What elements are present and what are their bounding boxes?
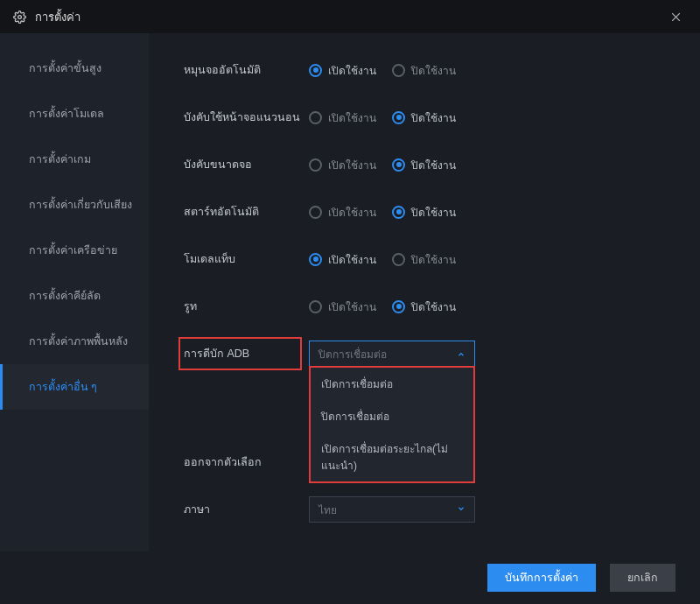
radio-label: ปิดใช้งาน <box>411 157 456 173</box>
sidebar-item-game[interactable]: การตั้งค่าเกม <box>0 137 149 182</box>
sidebar-item-label: การตั้งค่าขั้นสูง <box>29 62 102 74</box>
sidebar-item-network[interactable]: การตั้งค่าเครือข่าย <box>0 228 149 273</box>
row-label: หมุนจออัตโนมัติ <box>184 61 302 79</box>
row-label: ภาษา <box>184 501 302 518</box>
radio-label: ปิดใช้งาน <box>411 62 456 79</box>
radio-off[interactable]: ปิดใช้งาน <box>392 298 456 315</box>
radio-label: เปิดใช้งาน <box>328 62 376 79</box>
radio-off[interactable]: ปิดใช้งาน <box>392 157 456 173</box>
sidebar: การตั้งค่าขั้นสูง การตั้งค่าโมเดล การตั้… <box>0 33 149 551</box>
radio-label: ปิดใช้งาน <box>411 109 456 126</box>
chevron-down-icon <box>457 503 466 516</box>
row-label: สตาร์ทอัตโนมัติ <box>184 203 302 221</box>
save-button[interactable]: บันทึกการตั้งค่า <box>487 564 596 592</box>
row-language: ภาษา ไทย <box>184 497 674 522</box>
radio-circle-icon <box>392 158 405 172</box>
row-label-adb: การดีบัก ADB <box>178 337 302 370</box>
row-auto-start: สตาร์ทอัตโนมัติ เปิดใช้งาน ปิดใช้งาน <box>184 200 674 224</box>
radio-label: ปิดใช้งาน <box>411 251 456 268</box>
language-select[interactable]: ไทย <box>309 496 475 523</box>
sidebar-item-label: การตั้งค่าเกี่ยวกับเสียง <box>29 199 132 211</box>
adb-dropdown: เปิดการเชื่อมต่อ ปิดการเชื่อมต่อ เปิดการ… <box>309 366 475 483</box>
radio-off[interactable]: ปิดใช้งาน <box>392 204 456 221</box>
row-label: ออกจากตัวเลือก <box>184 453 302 471</box>
row-root: รูท เปิดใช้งาน ปิดใช้งาน <box>184 294 674 319</box>
sidebar-item-wallpaper[interactable]: การตั้งค่าภาพพื้นหลัง <box>0 319 149 364</box>
radio-label: เปิดใช้งาน <box>328 251 376 268</box>
sidebar-item-label: การตั้งค่าเกม <box>29 153 91 165</box>
content-panel: หมุนจออัตโนมัติ เปิดใช้งาน ปิดใช้งาน บัง… <box>149 33 700 551</box>
chevron-down-icon <box>457 348 466 360</box>
row-label: บังคับใช้หน้าจอแนวนอน <box>184 109 302 126</box>
sidebar-item-label: การตั้งค่าเครือข่าย <box>29 244 117 256</box>
radio-circle-icon <box>392 111 405 124</box>
radio-circle-icon <box>392 300 405 313</box>
radio-on[interactable]: เปิดใช้งาน <box>309 298 376 315</box>
sidebar-item-audio[interactable]: การตั้งค่าเกี่ยวกับเสียง <box>0 182 149 228</box>
radio-off[interactable]: ปิดใช้งาน <box>392 251 456 268</box>
cancel-button[interactable]: ยกเลิก <box>610 564 676 592</box>
radio-on[interactable]: เปิดใช้งาน <box>309 204 376 221</box>
row-force-landscape: บังคับใช้หน้าจอแนวนอน เปิดใช้งาน ปิดใช้ง… <box>184 105 674 130</box>
sidebar-item-label: การตั้งค่าอื่น ๆ <box>29 381 97 393</box>
sidebar-item-shortcut[interactable]: การตั้งค่าคีย์ลัด <box>0 273 149 319</box>
adb-option-close[interactable]: ปิดการเชื่อมต่อ <box>311 400 473 432</box>
radio-label: ปิดใช้งาน <box>411 204 456 221</box>
svg-point-0 <box>18 15 21 18</box>
radio-circle-icon <box>309 253 322 266</box>
radio-label: เปิดใช้งาน <box>328 298 376 315</box>
radio-off[interactable]: ปิดใช้งาน <box>392 109 456 126</box>
window-title: การตั้งค่า <box>35 8 80 26</box>
radio-on[interactable]: เปิดใช้งาน <box>309 109 376 126</box>
radio-circle-icon <box>309 64 322 77</box>
sidebar-item-label: การตั้งค่าภาพพื้นหลัง <box>29 335 128 348</box>
select-value: ไทย <box>318 502 337 518</box>
radio-label: ปิดใช้งาน <box>411 298 456 315</box>
radio-label: เปิดใช้งาน <box>328 157 376 173</box>
select-value: ปิดการเชื่อมต่อ <box>318 346 387 362</box>
radio-on[interactable]: เปิดใช้งาน <box>309 157 376 173</box>
radio-circle-icon <box>392 64 405 77</box>
row-force-size: บังคับขนาดจอ เปิดใช้งาน ปิดใช้งาน <box>184 152 674 177</box>
row-adb-debug: การดีบัก ADB ปิดการเชื่อมต่อ <box>184 341 674 366</box>
titlebar: การตั้งค่า <box>0 0 700 33</box>
row-label: โมเดลแท็บ <box>184 250 302 268</box>
radio-circle-icon <box>309 158 322 172</box>
row-auto-rotate: หมุนจออัตโนมัติ เปิดใช้งาน ปิดใช้งาน <box>184 58 674 82</box>
adb-option-open[interactable]: เปิดการเชื่อมต่อ <box>311 368 473 400</box>
radio-circle-icon <box>309 300 322 313</box>
row-model-tab: โมเดลแท็บ เปิดใช้งาน ปิดใช้งาน <box>184 247 674 271</box>
radio-off[interactable]: ปิดใช้งาน <box>392 62 456 79</box>
row-label: บังคับขนาดจอ <box>184 156 302 173</box>
radio-on[interactable]: เปิดใช้งาน <box>309 62 376 79</box>
footer: บันทึกการตั้งค่า ยกเลิก <box>0 551 700 604</box>
radio-on[interactable]: เปิดใช้งาน <box>309 251 376 268</box>
radio-label: เปิดใช้งาน <box>328 109 376 126</box>
radio-label: เปิดใช้งาน <box>328 204 376 221</box>
radio-circle-icon <box>392 206 405 219</box>
sidebar-item-label: การตั้งค่าคีย์ลัด <box>29 290 101 302</box>
sidebar-item-advanced[interactable]: การตั้งค่าขั้นสูง <box>0 46 149 91</box>
adb-select[interactable]: ปิดการเชื่อมต่อ <box>309 341 475 367</box>
radio-circle-icon <box>392 253 405 266</box>
sidebar-item-other[interactable]: การตั้งค่าอื่น ๆ <box>0 364 149 410</box>
sidebar-item-label: การตั้งค่าโมเดล <box>29 108 104 120</box>
sidebar-item-model[interactable]: การตั้งค่าโมเดล <box>0 91 149 137</box>
radio-circle-icon <box>309 206 322 219</box>
gear-icon <box>12 10 26 24</box>
row-label: รูท <box>184 298 302 315</box>
close-icon[interactable] <box>663 4 688 29</box>
radio-circle-icon <box>309 111 322 124</box>
adb-option-remote[interactable]: เปิดการเชื่อมต่อระยะไกล(ไม่แนะนำ) <box>311 432 473 481</box>
